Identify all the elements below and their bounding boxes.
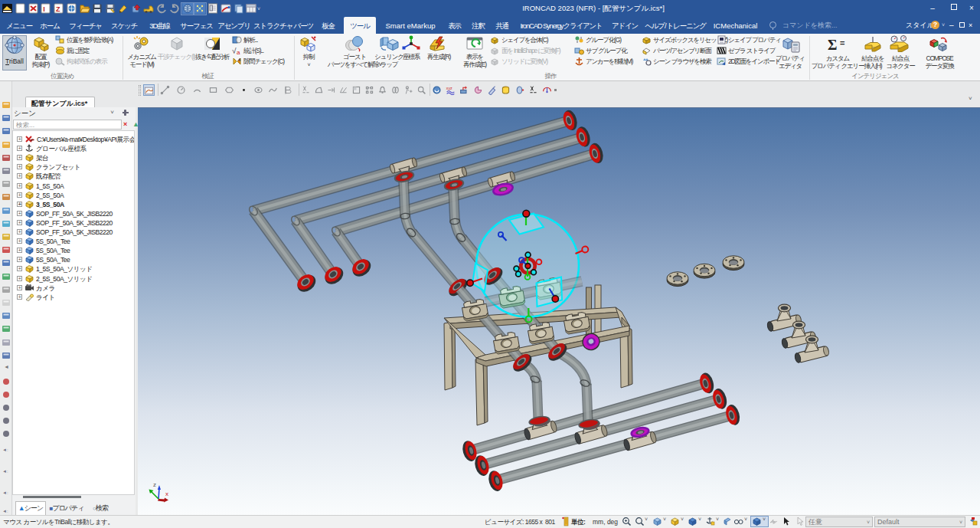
svg-text:x: x [165,490,168,497]
svg-text:a: a [237,49,240,55]
svg-text:Σ: Σ [828,37,837,53]
svg-text:Z: Z [56,5,60,13]
svg-text:z: z [153,481,156,488]
svg-text:xyz: xyz [446,86,452,90]
svg-text:I: I [43,5,45,13]
